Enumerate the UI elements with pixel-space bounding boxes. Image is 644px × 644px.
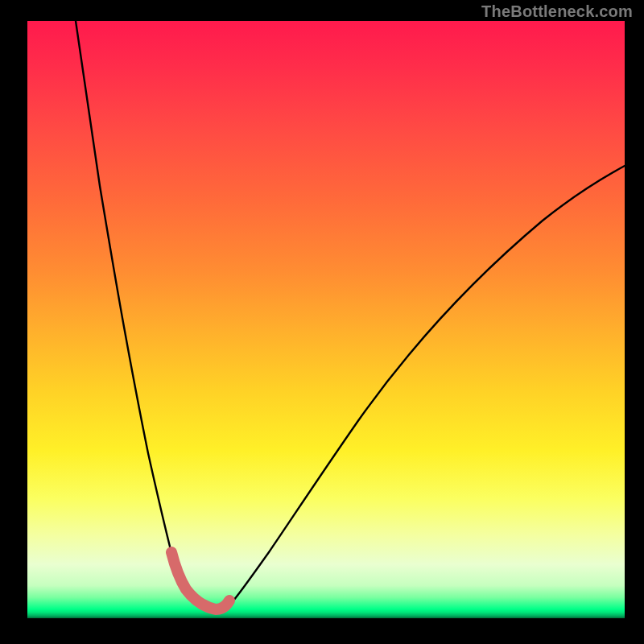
plot-area <box>27 21 625 618</box>
highlight-dip <box>171 552 229 609</box>
bottleneck-curve <box>76 21 625 609</box>
watermark-text: TheBottleneck.com <box>481 2 633 21</box>
plot-svg <box>27 21 625 618</box>
